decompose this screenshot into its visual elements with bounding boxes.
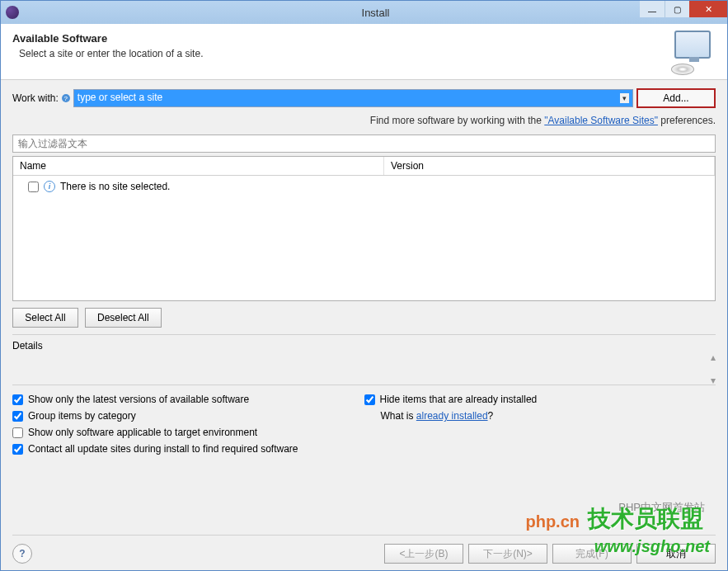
back-button[interactable]: <上一步(B) — [384, 544, 463, 564]
banner-subtext: Select a site or enter the location of a… — [19, 48, 716, 59]
software-tree: Name Version i There is no site selected… — [12, 156, 716, 301]
cancel-button[interactable]: 取消 — [636, 544, 716, 564]
opt-latest[interactable]: Show only the latest versions of availab… — [12, 394, 364, 405]
opt-group-checkbox[interactable] — [12, 411, 23, 422]
opt-contact[interactable]: Contact all update sites during install … — [12, 443, 364, 455]
site-combo[interactable]: type or select a site ▾ — [73, 89, 633, 107]
find-more-text: Find more software by working with the "… — [12, 115, 716, 126]
site-combo-placeholder: type or select a site — [77, 92, 162, 103]
watermark-orange: php.cn — [525, 512, 580, 531]
col-version[interactable]: Version — [384, 157, 715, 175]
eclipse-icon — [6, 6, 19, 19]
details-heading: Details — [12, 340, 716, 352]
banner: Available Software Select a site or ente… — [1, 24, 727, 80]
details-panel: Details ▴▾ — [12, 334, 716, 356]
options-area: Show only the latest versions of availab… — [12, 385, 716, 455]
content-area: Work with: ? type or select a site ▾ Add… — [1, 80, 727, 571]
info-icon: i — [44, 181, 55, 192]
opt-target[interactable]: Show only software applicable to target … — [12, 427, 364, 438]
banner-heading: Available Software — [12, 32, 716, 45]
add-button[interactable]: Add... — [636, 88, 716, 108]
minimize-button[interactable] — [640, 1, 665, 17]
install-icon — [669, 31, 716, 77]
footer: ? <上一步(B) 下一步(N)> 完成(F) 取消 — [12, 535, 716, 564]
help-button[interactable]: ? — [12, 544, 32, 564]
maximize-button[interactable] — [665, 1, 689, 17]
selection-buttons: Select All Deselect All — [12, 308, 716, 328]
help-dot-icon[interactable]: ? — [62, 94, 70, 102]
opt-group[interactable]: Group items by category — [12, 410, 364, 422]
what-is-text: What is already installed? — [364, 410, 716, 422]
row-checkbox[interactable] — [28, 182, 39, 192]
next-button[interactable]: 下一步(N)> — [468, 544, 547, 564]
tree-empty-row: i There is no site selected. — [20, 181, 708, 192]
window-title: Install — [24, 7, 727, 19]
opt-latest-checkbox[interactable] — [12, 394, 23, 405]
titlebar: Install — [1, 1, 727, 24]
select-all-button[interactable]: Select All — [12, 308, 78, 328]
deselect-all-button[interactable]: Deselect All — [85, 308, 162, 328]
watermark-green1: 技术员联盟 — [588, 503, 703, 535]
work-with-label: Work with: — [12, 92, 59, 104]
chevron-down-icon[interactable]: ▾ — [620, 93, 629, 103]
opt-hide[interactable]: Hide items that are already installed — [364, 394, 716, 405]
work-with-row: Work with: ? type or select a site ▾ Add… — [12, 88, 716, 108]
details-scrollbar[interactable]: ▴▾ — [711, 352, 716, 386]
tree-header: Name Version — [13, 157, 715, 176]
available-sites-link[interactable]: "Available Software Sites" — [544, 115, 658, 126]
tree-body: i There is no site selected. — [13, 176, 715, 197]
window-controls — [640, 1, 727, 17]
watermark-gray: PHP中文网首发站 — [618, 500, 705, 515]
opt-target-checkbox[interactable] — [12, 427, 23, 438]
opt-contact-checkbox[interactable] — [12, 444, 23, 455]
opt-hide-checkbox[interactable] — [364, 394, 375, 405]
finish-button[interactable]: 完成(F) — [552, 544, 632, 564]
empty-message: There is no site selected. — [60, 181, 170, 192]
already-installed-link[interactable]: already installed — [416, 410, 488, 422]
col-name[interactable]: Name — [13, 157, 384, 175]
close-button[interactable] — [689, 1, 727, 17]
filter-input[interactable] — [12, 134, 716, 153]
